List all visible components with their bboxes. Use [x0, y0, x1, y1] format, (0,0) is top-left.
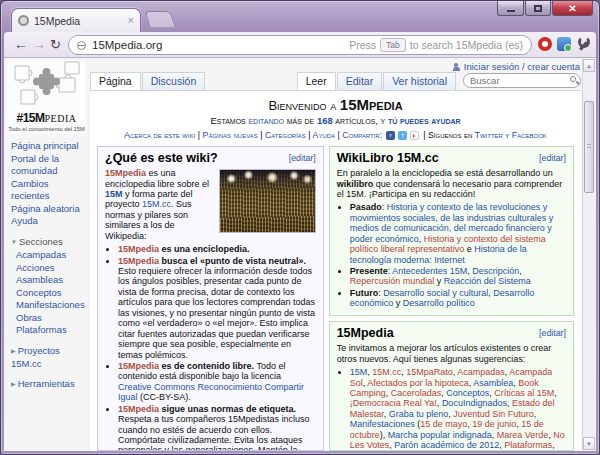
back-button[interactable]: ← [14, 35, 28, 54]
wiki-link[interactable]: Manifestaciones [350, 419, 415, 429]
wiki-link[interactable]: Ayuda [313, 130, 336, 140]
edit-link[interactable]: [editar] [289, 153, 316, 163]
red-link[interactable]: 15Mpedia [118, 361, 159, 371]
red-link[interactable]: Plataformas [504, 440, 552, 450]
wiki-link[interactable]: Descripción [472, 266, 519, 276]
wiki-link[interactable]: Conceptos [446, 388, 489, 398]
scrollbar-thumb[interactable] [584, 101, 594, 193]
wiki-link[interactable]: Acerca de este wiki [124, 130, 195, 140]
text-run: , [534, 409, 537, 419]
wiki-link[interactable]: editando [248, 115, 284, 126]
close-window-button[interactable]: ✕ [552, 1, 593, 16]
twitter-icon[interactable]: t [398, 131, 407, 140]
wiki-link[interactable]: Antecedentes 15M [392, 266, 467, 276]
search-icon[interactable] [570, 76, 576, 82]
wiki-link[interactable]: 15M [105, 189, 123, 199]
maximize-button[interactable] [525, 1, 551, 16]
wiki-link[interactable]: Categorías [265, 130, 306, 140]
sidebar-heading-secciones[interactable]: ▼Secciones [11, 236, 88, 249]
sidebar-section-link[interactable]: Conceptos [16, 287, 88, 300]
wiki-link[interactable]: 15M [350, 367, 368, 377]
wiki-link[interactable]: Compartir: [342, 130, 382, 140]
acampada-sol-photo[interactable] [219, 169, 316, 233]
tab-discusion[interactable]: Discusión [142, 72, 206, 90]
sidebar-section-link[interactable]: Plataformas [16, 324, 88, 337]
scroll-down-icon[interactable]: ▼ [583, 437, 595, 450]
red-link[interactable]: 15Mpedia [118, 256, 159, 266]
red-link[interactable]: Caceroladas [391, 388, 442, 398]
red-link[interactable]: 15Mpedia [118, 244, 159, 254]
wiki-search [463, 73, 581, 88]
wiki-link[interactable]: Parón académico de 2012 [394, 440, 499, 450]
wiki-link[interactable]: Asamblea [473, 378, 513, 388]
wiki-link[interactable]: 15M.cc [142, 199, 171, 209]
red-link[interactable]: Críticas al 15M [494, 388, 554, 398]
tab-close-icon[interactable]: × [128, 15, 134, 26]
red-circle-extension-icon[interactable] [538, 37, 552, 51]
wiki-link[interactable]: DocuIndignados [442, 398, 507, 408]
url-text[interactable]: 15Mpedia.org [92, 39, 349, 51]
sidebar-heading-proyectos[interactable]: ▶Proyectos 15M.cc [11, 345, 88, 370]
forward-button[interactable]: → [32, 35, 46, 54]
wiki-link[interactable]: Facebook [512, 130, 547, 140]
page-scrollbar[interactable]: ▲ ▼ [582, 59, 595, 450]
tab-editar[interactable]: Editar [337, 72, 382, 90]
sidebar-nav-link[interactable]: Ayuda [11, 215, 88, 228]
wiki-search-input[interactable] [463, 73, 581, 88]
wiki-link[interactable]: 168 [317, 115, 333, 126]
red-link[interactable]: 15MpaRato [406, 367, 453, 377]
text-run: más de [284, 115, 317, 126]
sidebar-nav-link[interactable]: Cambios recientes [11, 178, 88, 203]
text-run: Respeta a tus compañeros 15Mpedistas inc… [118, 414, 310, 450]
wiki-logo[interactable]: #15MPEDIA Todo el conocimiento del 15M [7, 60, 86, 134]
red-link[interactable]: Acampadas [457, 367, 505, 377]
reload-button[interactable]: ↻ [50, 35, 61, 54]
wiki-link[interactable]: Twitter [475, 130, 503, 140]
sidebar-section-link[interactable]: Manifestaciones [16, 299, 88, 312]
wiki-link[interactable]: Graba tu pleno [389, 409, 449, 419]
red-link[interactable]: Afectados por la hipoteca [367, 378, 469, 388]
address-bar[interactable]: 15Mpedia.org Press Tab to search 15Mpedi… [68, 35, 532, 55]
share-icon[interactable] [410, 131, 419, 140]
facebook-icon[interactable]: f [386, 131, 395, 140]
logo-wordmark: #15MPEDIA [7, 111, 86, 125]
red-link[interactable]: 19 de junio [472, 419, 516, 429]
blue-extension-icon[interactable] [557, 37, 571, 51]
red-link[interactable]: ¡Democracia Real Ya! [350, 398, 437, 408]
red-link[interactable]: 15M.cc [372, 367, 401, 377]
browser-tab[interactable]: 15Mpedia × [11, 8, 141, 32]
sidebar-section-link[interactable]: Acciones [16, 262, 88, 275]
sidebar-nav-link[interactable]: Página aleatoria [11, 203, 88, 216]
wiki-link[interactable]: Páginas nuevas [203, 130, 258, 140]
red-link[interactable]: 15 de mayo [420, 419, 467, 429]
sidebar-section-link[interactable]: Acampadas [16, 249, 88, 262]
tab-ver-historial[interactable]: Ver historial [383, 72, 456, 90]
tab-pagina[interactable]: Página [90, 72, 141, 90]
wikilibro-bullets: Pasado: Historia y contexto de las revol… [337, 202, 566, 308]
bullet-item: Presente: Antecedentes 15M, Descripción,… [350, 266, 566, 287]
edit-link[interactable]: [editar] [539, 328, 566, 338]
herramientas-heading-label: Herramientas [18, 378, 75, 389]
new-tab-button[interactable] [144, 11, 175, 27]
red-link[interactable]: 15Mpedia [105, 168, 146, 178]
wiki-link[interactable]: tú puedes ayudar [388, 115, 461, 126]
sidebar-nav-link[interactable]: Portal de la comunidad [11, 153, 88, 178]
scroll-up-icon[interactable]: ▲ [583, 59, 595, 72]
wiki-link[interactable]: Marcha popular indignada [388, 430, 492, 440]
wiki-link[interactable]: Desarrollo social y cultural [383, 288, 488, 298]
sidebar-section-link[interactable]: Obras [16, 312, 88, 325]
sidebar-nav-link[interactable]: Página principal [11, 140, 88, 153]
red-link[interactable]: Marea Verde [497, 430, 549, 440]
text-run: | [306, 130, 313, 140]
sidebar-section-link[interactable]: Asambleas [16, 274, 88, 287]
edit-link[interactable]: [editar] [539, 153, 566, 163]
wiki-link[interactable]: Desarrollo político [403, 298, 475, 308]
wrench-menu-icon[interactable] [576, 36, 590, 52]
red-link[interactable]: Repercusión mundial [350, 276, 435, 286]
red-link[interactable]: Juventud Sin Futuro [453, 409, 534, 419]
sidebar-heading-herramientas[interactable]: ▶Herramientas [11, 378, 88, 391]
minimize-button[interactable] [497, 1, 524, 16]
tab-leer[interactable]: Leer [297, 72, 336, 90]
red-link[interactable]: 15Mpedia [118, 404, 159, 414]
wiki-link[interactable]: Reacción del Sistema [444, 276, 531, 286]
